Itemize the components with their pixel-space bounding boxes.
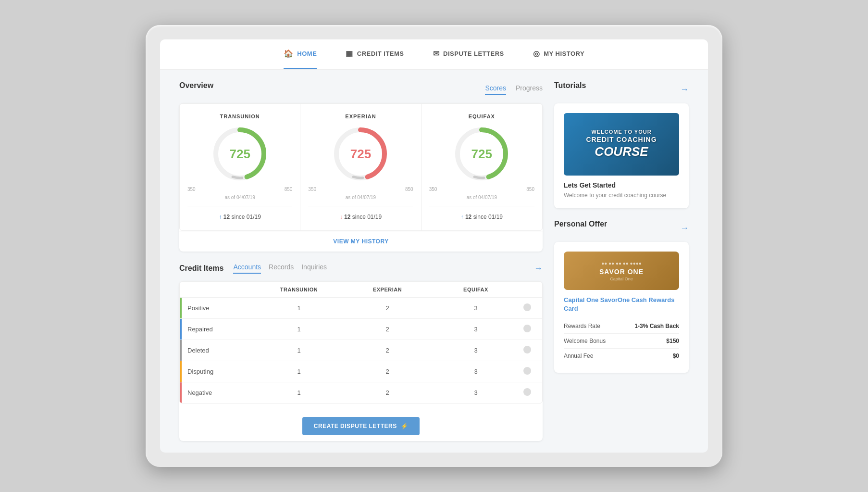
- transunion-change: ↑ 12 since 01/19: [187, 206, 292, 221]
- overview-title: Overview: [179, 81, 213, 90]
- transunion-range: 350 850: [187, 187, 292, 192]
- row-negative-tu: 1: [255, 389, 343, 396]
- nav-my-history-label: MY HISTORY: [544, 50, 584, 57]
- scores-grid: TRANSUNION 725: [179, 103, 543, 231]
- row-repaired-tu: 1: [255, 326, 343, 333]
- create-dispute-label: CREATE DISPUTE LETTERS: [314, 423, 397, 429]
- row-repaired-dot[interactable]: [520, 325, 534, 334]
- row-negative: Negative 1 2 3: [180, 382, 542, 403]
- row-disputing-tu: 1: [255, 368, 343, 375]
- screen: 🏠 HOME ▦ CREDIT ITEMS ✉ DISPUTE LETTERS …: [160, 39, 708, 453]
- experian-score: 725: [350, 147, 371, 162]
- equifax-score-card: EQUIFAX 725: [422, 104, 542, 230]
- credit-items-title: Credit Items: [179, 264, 223, 273]
- tutorial-image-text: WELCOME TO YOUR CREDIT COACHING COURSE: [586, 128, 657, 160]
- row-repaired-label: Repaired: [187, 326, 255, 333]
- credit-table-header: TRANSUNION EXPERIAN EQUIFAX: [180, 282, 542, 297]
- row-negative-label: Negative: [187, 389, 255, 396]
- row-positive-tu: 1: [255, 304, 343, 312]
- create-dispute-button[interactable]: CREATE DISPUTE LETTERS ⚡: [302, 417, 420, 435]
- personal-offer-section: Personal Offer → ●● ●● ●● ●● ●●●● SAVOR …: [554, 220, 689, 373]
- nav-credit-items[interactable]: ▦ CREDIT ITEMS: [346, 39, 404, 69]
- personal-offer-arrow[interactable]: →: [680, 223, 689, 233]
- tab-inquiries[interactable]: Inquiries: [301, 263, 327, 274]
- equifax-date: as of 04/07/19: [429, 195, 534, 200]
- lightning-icon: ⚡: [401, 423, 409, 429]
- credit-table: TRANSUNION EXPERIAN EQUIFAX Positive 1 2…: [179, 281, 543, 404]
- view-history-link[interactable]: VIEW MY HISTORY: [179, 231, 543, 252]
- credit-items-tabs: Accounts Records Inquiries →: [233, 263, 543, 274]
- scores-card: TRANSUNION 725: [179, 103, 543, 252]
- overview-tabs: Scores Progress: [485, 84, 543, 95]
- left-column: Overview Scores Progress TRANSUNION: [179, 81, 543, 441]
- my-history-icon: ◎: [533, 49, 540, 58]
- spacer: [179, 252, 543, 263]
- experian-date: as of 04/07/19: [308, 195, 413, 200]
- equifax-change: ↑ 12 since 01/19: [429, 206, 534, 221]
- transunion-date: as of 04/07/19: [187, 195, 292, 200]
- nav-home[interactable]: 🏠 HOME: [284, 39, 317, 69]
- row-disputing-ex: 2: [343, 368, 432, 375]
- row-negative-eq: 3: [432, 389, 520, 396]
- tutorial-image[interactable]: WELCOME TO YOUR CREDIT COACHING COURSE: [564, 113, 679, 176]
- tab-progress[interactable]: Progress: [516, 84, 543, 95]
- col-category: [187, 287, 255, 292]
- row-negative-ex: 2: [343, 389, 432, 396]
- offer-rewards-val: 1-3% Cash Back: [634, 323, 679, 329]
- personal-offer-title: Personal Offer: [554, 220, 607, 228]
- tab-accounts[interactable]: Accounts: [233, 263, 261, 274]
- row-positive-ex: 2: [343, 304, 432, 312]
- row-disputing: Disputing 1 2 3: [180, 361, 542, 382]
- equifax-arrow: ↑: [461, 214, 464, 220]
- transunion-score-card: TRANSUNION 725: [180, 104, 300, 230]
- row-positive-label: Positive: [187, 304, 255, 312]
- row-positive: Positive 1 2 3: [180, 297, 542, 318]
- transunion-label: TRANSUNION: [187, 114, 292, 119]
- col-transunion: TRANSUNION: [255, 287, 343, 292]
- credit-items-section: Credit Items Accounts Records Inquiries …: [179, 263, 543, 441]
- transunion-score: 725: [229, 147, 250, 162]
- credit-items-card: TRANSUNION EXPERIAN EQUIFAX Positive 1 2…: [179, 281, 543, 441]
- tab-scores[interactable]: Scores: [485, 84, 506, 95]
- row-deleted-eq: 3: [432, 347, 520, 354]
- experian-label: EXPERIAN: [308, 114, 413, 119]
- equifax-circle: 725: [453, 125, 510, 183]
- offer-card-name: SAVOR ONE: [599, 268, 644, 276]
- right-column: Tutorials → WELCOME TO YOUR CREDIT COACH…: [554, 81, 689, 441]
- col-equifax: EQUIFAX: [432, 287, 520, 292]
- row-deleted-tu: 1: [255, 347, 343, 354]
- row-positive-eq: 3: [432, 304, 520, 312]
- row-deleted-dot[interactable]: [520, 346, 534, 355]
- offer-bonus-key: Welcome Bonus: [564, 338, 606, 344]
- tutorial-card-desc: Welcome to your credit coaching course: [564, 192, 679, 199]
- row-negative-dot[interactable]: [520, 388, 534, 397]
- row-disputing-eq: 3: [432, 368, 520, 375]
- tutorials-title: Tutorials: [554, 81, 586, 90]
- credit-items-icon: ▦: [346, 49, 353, 58]
- navigation: 🏠 HOME ▦ CREDIT ITEMS ✉ DISPUTE LETTERS …: [160, 39, 708, 70]
- device-frame: 🏠 HOME ▦ CREDIT ITEMS ✉ DISPUTE LETTERS …: [146, 25, 722, 467]
- row-positive-dot[interactable]: [520, 303, 534, 313]
- tutorials-arrow[interactable]: →: [680, 85, 689, 95]
- personal-offer-header: Personal Offer →: [554, 220, 689, 236]
- offer-row-rewards: Rewards Rate 1-3% Cash Back: [564, 319, 679, 334]
- offer-row-bonus: Welcome Bonus $150: [564, 334, 679, 349]
- tutorial-card-title: Lets Get Started: [564, 181, 679, 189]
- transunion-arrow: ↑: [219, 214, 222, 220]
- offer-card-image[interactable]: ●● ●● ●● ●● ●●●● SAVOR ONE Capital One: [564, 252, 679, 290]
- overview-section: Overview Scores Progress TRANSUNION: [179, 81, 543, 252]
- credit-items-arrow[interactable]: →: [534, 264, 543, 274]
- col-experian: EXPERIAN: [343, 287, 432, 292]
- nav-dispute-letters[interactable]: ✉ DISPUTE LETTERS: [433, 39, 504, 69]
- tutorials-section: Tutorials → WELCOME TO YOUR CREDIT COACH…: [554, 81, 689, 208]
- main-content: Overview Scores Progress TRANSUNION: [160, 70, 708, 453]
- nav-my-history[interactable]: ◎ MY HISTORY: [533, 39, 584, 69]
- row-deleted: Deleted 1 2 3: [180, 340, 542, 361]
- equifax-score: 725: [471, 147, 492, 162]
- tab-records[interactable]: Records: [269, 263, 294, 274]
- offer-fee-key: Annual Fee: [564, 353, 593, 359]
- row-repaired: Repaired 1 2 3: [180, 318, 542, 340]
- row-disputing-dot[interactable]: [520, 367, 534, 376]
- tutorials-header: Tutorials →: [554, 81, 689, 98]
- offer-row-fee: Annual Fee $0: [564, 349, 679, 363]
